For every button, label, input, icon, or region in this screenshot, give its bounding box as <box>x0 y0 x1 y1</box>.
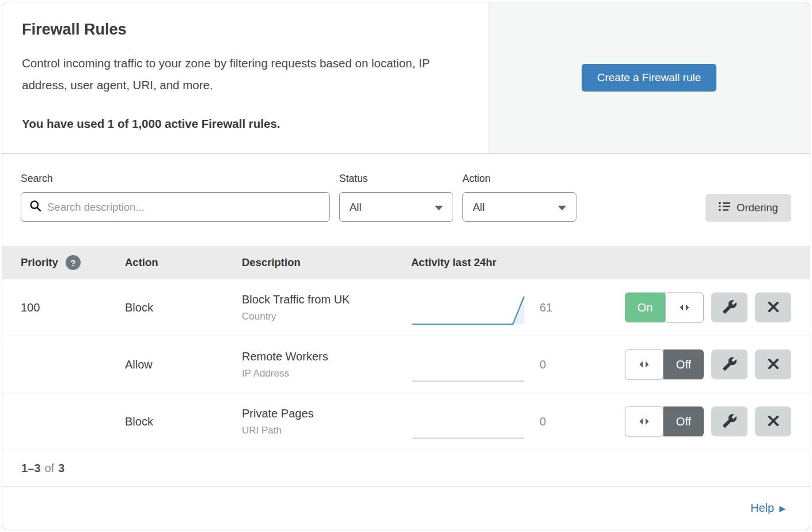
pagination-total: 3 <box>58 462 64 475</box>
help-arrow-icon: ▶ <box>779 504 786 512</box>
chevron-down-icon <box>435 201 443 214</box>
close-icon <box>767 301 780 315</box>
priority-help-icon[interactable]: ? <box>66 255 81 270</box>
rule-enabled-toggle[interactable]: Off <box>625 406 704 436</box>
ordering-button-label: Ordering <box>737 202 778 214</box>
status-select-value: All <box>350 201 362 214</box>
left-right-arrows-icon <box>638 360 650 368</box>
activity-count: 61 <box>529 301 601 314</box>
rule-controls: On <box>625 292 791 322</box>
column-activity: Activity last 24hr <box>411 256 496 269</box>
rule-match-type: Country <box>242 311 411 322</box>
firewall-rules-card: Firewall Rules Control incoming traffic … <box>2 2 810 530</box>
delete-rule-button[interactable] <box>755 292 791 322</box>
rule-enabled-toggle[interactable]: Off <box>625 349 704 379</box>
pagination-range: 1–3 <box>21 462 40 475</box>
status-select[interactable]: All <box>339 192 453 222</box>
search-icon <box>29 200 41 214</box>
status-label: Status <box>339 173 453 185</box>
wrench-icon <box>722 413 737 430</box>
help-link[interactable]: Help ▶ <box>750 501 786 515</box>
wrench-icon <box>722 299 737 316</box>
rule-description-cell: Remote Workers IP Address <box>242 350 411 379</box>
rule-controls: Off <box>625 406 791 436</box>
search-filter: Search <box>21 173 330 222</box>
toggle-state-label: Off <box>663 349 704 379</box>
toggle-state-label: On <box>625 292 665 322</box>
rule-description-cell: Block Traffic from UK Country <box>242 293 411 322</box>
rule-action: Allow <box>125 358 242 371</box>
left-right-arrows-icon <box>678 303 690 311</box>
rule-enabled-toggle[interactable]: On <box>625 292 704 322</box>
table-row: 100 Block Block Traffic from UK Country … <box>2 279 810 336</box>
action-filter: Action All <box>462 173 576 222</box>
delete-rule-button[interactable] <box>755 406 791 436</box>
edit-rule-button[interactable] <box>711 349 748 379</box>
action-select[interactable]: All <box>462 192 576 222</box>
rule-match-type: IP Address <box>242 368 411 379</box>
rule-action: Block <box>125 415 242 428</box>
toggle-knob[interactable] <box>625 406 663 436</box>
rule-description: Remote Workers <box>242 350 411 363</box>
activity-sparkline <box>411 279 529 336</box>
ordering-list-icon <box>719 202 730 214</box>
rule-controls: Off <box>625 349 791 379</box>
toggle-knob[interactable] <box>625 349 663 379</box>
delete-rule-button[interactable] <box>755 349 791 379</box>
header-action-panel: Create a Firewall rule <box>488 2 810 153</box>
rule-description-cell: Private Pages URI Path <box>242 407 411 436</box>
activity-count: 0 <box>529 415 601 428</box>
table-row: Allow Remote Workers IP Address 0 Off <box>2 336 810 393</box>
help-link-label: Help <box>750 501 774 515</box>
rule-priority: 100 <box>21 301 125 314</box>
close-icon <box>767 358 780 372</box>
action-label: Action <box>462 173 576 185</box>
rule-description: Private Pages <box>242 407 411 420</box>
table-row: Block Private Pages URI Path 0 Off <box>2 393 810 450</box>
close-icon <box>767 415 780 429</box>
edit-rule-button[interactable] <box>711 406 748 436</box>
left-right-arrows-icon <box>638 417 650 425</box>
column-priority: Priority ? <box>21 255 125 270</box>
filter-bar: Search Status All Action All <box>2 154 810 246</box>
toggle-knob[interactable] <box>665 292 704 322</box>
activity-sparkline <box>411 336 529 393</box>
search-box <box>21 192 330 222</box>
pagination-bar: 1–3 of 3 <box>2 450 810 487</box>
header-section: Firewall Rules Control incoming traffic … <box>2 2 810 154</box>
header-text-block: Firewall Rules Control incoming traffic … <box>2 2 488 153</box>
status-filter: Status All <box>339 173 453 222</box>
wrench-icon <box>722 356 737 373</box>
rule-description: Block Traffic from UK <box>242 293 411 306</box>
activity-sparkline <box>411 393 529 450</box>
column-description: Description <box>242 256 411 269</box>
column-action: Action <box>125 256 242 269</box>
table-header-row: Priority ? Action Description Activity l… <box>2 246 810 279</box>
page-description: Control incoming traffic to your zone by… <box>22 52 465 96</box>
rule-match-type: URI Path <box>242 425 411 436</box>
action-select-value: All <box>473 201 485 214</box>
ordering-button[interactable]: Ordering <box>705 194 791 222</box>
search-label: Search <box>21 173 330 185</box>
usage-note: You have used 1 of 1,000 active Firewall… <box>22 117 468 131</box>
pagination-of-label: of <box>44 462 54 475</box>
page-title: Firewall Rules <box>22 21 468 39</box>
activity-count: 0 <box>529 358 601 371</box>
edit-rule-button[interactable] <box>711 292 748 322</box>
column-priority-label: Priority <box>21 256 58 269</box>
chevron-down-icon <box>558 201 566 214</box>
help-bar: Help ▶ <box>2 487 810 530</box>
search-input[interactable] <box>47 201 321 214</box>
toggle-state-label: Off <box>663 406 704 436</box>
rule-action: Block <box>125 301 242 314</box>
create-firewall-rule-button[interactable]: Create a Firewall rule <box>582 64 717 92</box>
